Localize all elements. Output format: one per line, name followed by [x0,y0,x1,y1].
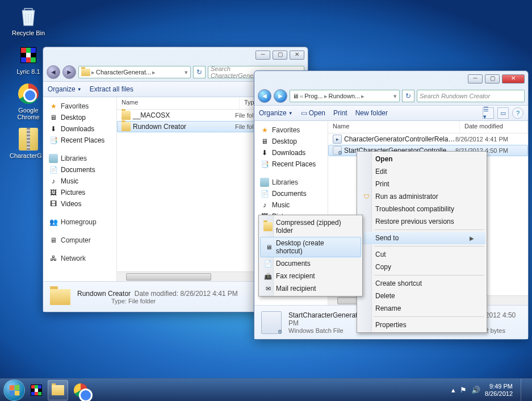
context-troubleshoot[interactable]: Troubleshoot compatibility [358,203,485,215]
dropdown-icon[interactable]: ▾ [185,69,188,76]
forward-button[interactable]: ► [62,65,76,79]
address-bar[interactable]: 🖥 « Prog... ▸ Rundown... ▸ ▾ [290,90,400,102]
print-button[interactable]: Print [333,109,347,117]
context-restore-versions[interactable]: Restore previous versions [358,215,485,228]
breadcrumb-item[interactable]: Prog... [304,93,322,99]
action-center-icon[interactable]: ⚑ [460,386,467,394]
nav-downloads[interactable]: ⬇Downloads [257,147,325,158]
context-run-as-admin[interactable]: 🛡Run as administrator [358,190,485,203]
details-modified: 8/26/2012 4:41 PM [180,290,237,298]
close-button[interactable]: ✕ [290,51,304,60]
taskbar-lyric[interactable] [27,380,45,400]
folder-icon [81,69,90,76]
sendto-compressed[interactable]: Compressed (zipped) folder [260,216,361,237]
nav-libraries-header[interactable]: Libraries [257,177,325,188]
search-input[interactable]: Search Rundown Creator [417,90,525,102]
documents-icon: 📄 [263,259,273,268]
maximize-button[interactable]: ▢ [273,51,287,60]
nav-pictures[interactable]: 🖼Pictures [45,187,114,198]
open-button[interactable]: ▭ Open [301,109,325,117]
back-button[interactable]: ◄ [47,65,60,79]
taskbar-explorer[interactable] [48,380,68,400]
sendto-mail[interactable]: ✉Mail recipient [260,282,361,295]
breadcrumb-item[interactable]: CharacterGenerat... [96,69,151,76]
nav-music[interactable]: ♪Music [45,176,114,187]
close-button[interactable]: ✕ [502,74,525,83]
taskbar-chrome[interactable] [70,380,91,400]
batch-file-icon [260,311,283,334]
sendto-fax[interactable]: 📠Fax recipient [260,270,361,282]
context-properties[interactable]: Properties [358,319,485,331]
nav-documents[interactable]: 📄Documents [45,164,114,176]
sendto-documents[interactable]: 📄Documents [260,257,361,270]
column-name[interactable]: Name [117,97,240,109]
context-rename[interactable]: Rename [358,302,485,315]
context-edit[interactable]: Edit [358,165,485,178]
context-print[interactable]: Print [358,178,485,190]
clock[interactable]: 9:49 PM 8/26/2012 [485,383,513,398]
context-open[interactable]: Open [358,153,485,165]
maximize-button[interactable]: ▢ [485,74,500,83]
nav-recent-places[interactable]: 📑Recent Places [45,135,114,146]
context-delete[interactable]: Delete [358,290,485,302]
organize-menu[interactable]: Organize ▼ [48,85,82,93]
desktop-icon: 🖥 [260,137,269,146]
breadcrumb-item[interactable]: Rundown... [329,93,361,99]
fax-icon: 📠 [263,271,273,281]
view-options-button[interactable]: ☰ ▾ [483,107,494,119]
nav-desktop[interactable]: 🖥Desktop [45,112,114,123]
preview-pane-button[interactable]: ▭ [497,107,509,119]
address-bar[interactable]: ▸ CharacterGenerat... ▸ ▾ [78,66,191,78]
details-type: File folder [128,298,156,304]
context-create-shortcut[interactable]: Create shortcut [358,277,485,290]
nav-computer[interactable]: 🖥Computer [45,235,114,246]
forward-button[interactable]: ► [274,89,287,103]
nav-downloads[interactable]: ⬇Downloads [45,123,114,135]
file-row[interactable]: ▸ CharacterGeneratorControllerRelayServe… [328,133,528,145]
back-button[interactable]: ◄ [258,89,271,103]
nav-libraries-header[interactable]: Libraries [45,153,114,164]
nav-documents[interactable]: 📄Documents [257,188,325,199]
minimize-button[interactable]: ─ [468,74,483,83]
volume-icon[interactable]: 🔊 [471,386,480,394]
context-send-to[interactable]: Send to▶ [358,232,485,244]
nav-favorites-header[interactable]: ★Favorites [45,101,114,112]
extract-all-button[interactable]: Extract all files [90,85,133,93]
nav-homegroup[interactable]: 👥Homegroup [45,216,114,228]
context-cut[interactable]: Cut [358,248,485,261]
start-button[interactable] [3,379,25,401]
star-icon: ★ [49,102,58,111]
zip-folder-icon [263,222,273,231]
system-tray: ▴ ⚑ 🔊 9:49 PM 8/26/2012 [451,379,529,402]
downloads-icon: ⬇ [49,124,58,133]
nav-favorites-header[interactable]: ★Favorites [257,124,325,136]
nav-desktop[interactable]: 🖥Desktop [257,136,325,147]
column-name[interactable]: Name [328,121,460,133]
refresh-button[interactable]: ↻ [402,90,414,102]
tray-show-hidden-icon[interactable]: ▴ [451,386,455,394]
refresh-button[interactable]: ↻ [193,66,206,78]
desktop-icon-recycle-bin[interactable]: Recycle Bin [7,5,50,36]
new-folder-button[interactable]: New folder [355,109,388,117]
organize-menu[interactable]: Organize ▼ [259,109,293,117]
breadcrumb-separator-icon: ▸ [91,69,95,76]
show-desktop-button[interactable] [521,379,526,402]
nav-network[interactable]: 🖧Network [45,253,114,264]
sendto-desktop-shortcut[interactable]: 🖥Desktop (create shortcut) [260,237,361,257]
column-date[interactable]: Date modified [460,121,528,133]
desktop-icon-label: Recycle Bin [7,30,50,36]
nav-videos[interactable]: 🎞Videos [45,198,114,210]
file-name: __MACOSX [133,111,235,119]
column-headers[interactable]: Name Date modified [328,121,528,133]
dropdown-icon[interactable]: ▾ [393,93,397,100]
nav-recent-places[interactable]: 📑Recent Places [257,158,325,170]
minimize-button[interactable]: ─ [255,51,270,60]
titlebar[interactable]: ─ ▢ ✕ [43,47,308,63]
chrome-icon [16,82,40,106]
titlebar[interactable]: ─ ▢ ✕ [254,71,528,87]
context-copy[interactable]: Copy [358,261,485,273]
lyric-icon [16,43,40,67]
open-icon: ▭ [301,109,307,117]
nav-music[interactable]: ♪Music [257,199,325,211]
help-button[interactable]: ? [512,107,523,119]
